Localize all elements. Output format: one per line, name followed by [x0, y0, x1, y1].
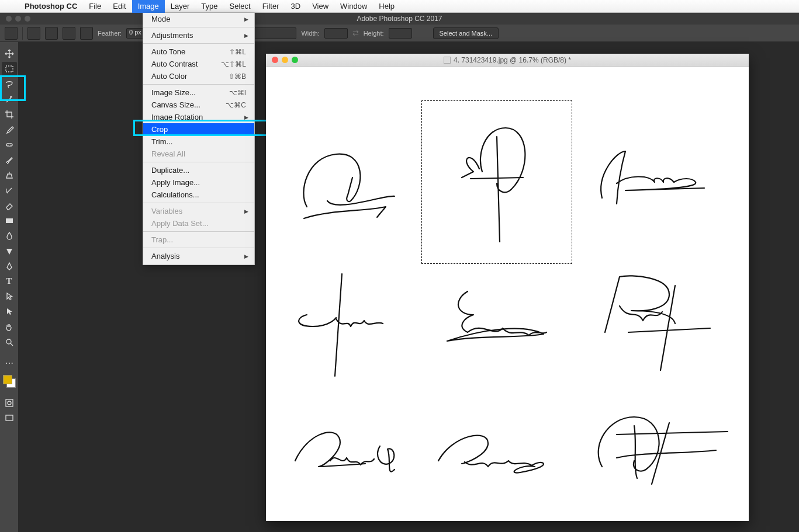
current-tool-icon[interactable] [5, 27, 18, 40]
height-input[interactable] [389, 28, 412, 39]
tool-crop[interactable] [2, 107, 17, 121]
tool-healing[interactable] [2, 138, 17, 152]
sel-mode-int-icon[interactable] [80, 27, 93, 40]
menu-item-image-size[interactable]: Image Size...⌥⌘I [143, 84, 254, 99]
document-title-text: 4. 731423419.jpg @ 16.7% (RGB/8) * [454, 56, 571, 64]
options-bar: Feather: 0 px Style: Width: ⇄ Height: Se… [0, 25, 799, 42]
menu-3d[interactable]: 3D [285, 0, 307, 13]
menu-help[interactable]: Help [373, 0, 400, 13]
menu-item-shortcut: ⌥⇧⌘L [221, 60, 246, 68]
tool-shape[interactable] [2, 305, 17, 319]
menu-item-label: Apply Image... [151, 178, 200, 187]
select-and-mask-button[interactable]: Select and Mask... [433, 27, 499, 39]
menu-item-label: Auto Contrast [151, 60, 198, 68]
svg-rect-6 [6, 415, 13, 420]
tool-zoom[interactable] [2, 335, 17, 349]
menu-select[interactable]: Select [223, 0, 256, 13]
tool-blur[interactable] [2, 229, 17, 243]
tool-dodge[interactable] [2, 244, 17, 258]
signature-4 [289, 271, 406, 382]
menu-item-canvas-size[interactable]: Canvas Size...⌥⌘C [143, 99, 254, 111]
menu-window[interactable]: Window [334, 0, 373, 13]
menu-filter[interactable]: Filter [257, 0, 285, 13]
menu-item-auto-contrast[interactable]: Auto Contrast⌥⇧⌘L [143, 58, 254, 70]
tool-brush[interactable] [2, 153, 17, 167]
menu-item-label: Apply Data Set... [151, 219, 209, 228]
feather-label: Feather: [98, 30, 122, 37]
menu-item-shortcut: ⇧⌘L [229, 48, 246, 56]
tool-pen[interactable] [2, 259, 17, 273]
style-select[interactable] [250, 27, 296, 39]
tool-magic-wand[interactable] [2, 92, 17, 106]
tool-move[interactable] [2, 47, 17, 61]
menu-item-label: Canvas Size... [151, 100, 200, 109]
sel-mode-new-icon[interactable] [27, 27, 40, 40]
max-dot[interactable] [25, 16, 30, 22]
menu-item-shortcut: ⌥⌘I [229, 89, 246, 97]
menu-item-label: Trim... [151, 137, 172, 146]
tool-history-brush[interactable] [2, 183, 17, 197]
signature-7 [289, 411, 418, 487]
tool-eyedropper[interactable] [2, 123, 17, 137]
menu-item-label: Crop [151, 125, 168, 134]
tool-hand[interactable] [2, 320, 17, 334]
menu-item-calculations[interactable]: Calculations... [143, 189, 254, 201]
fg-color-swatch[interactable] [3, 375, 12, 384]
tool-clone[interactable] [2, 168, 17, 182]
menu-item-label: Image Rotation [151, 113, 203, 121]
svg-rect-0 [6, 66, 13, 72]
signature-2 [441, 113, 552, 248]
tool-gradient[interactable] [2, 214, 17, 228]
menu-item-auto-color[interactable]: Auto Color⇧⌘B [143, 70, 254, 82]
canvas[interactable] [266, 67, 749, 521]
menu-view[interactable]: View [306, 0, 334, 13]
app-titlebar: Adobe Photoshop CC 2017 [0, 13, 799, 25]
apple-menu[interactable] [0, 0, 19, 13]
menu-item-label: Trap... [151, 235, 173, 244]
mac-menubar: Photoshop CC File Edit Image Layer Type … [0, 0, 799, 13]
tool-lasso[interactable] [2, 77, 17, 91]
menu-file[interactable]: File [83, 0, 107, 13]
menu-item-label: Reveal All [151, 149, 185, 158]
image-menu-dropdown: ModeAdjustmentsAuto Tone⇧⌘LAuto Contrast… [143, 13, 255, 265]
app-traffic-lights [0, 16, 117, 22]
menu-item-auto-tone[interactable]: Auto Tone⇧⌘L [143, 43, 254, 58]
svg-point-5 [8, 401, 11, 405]
signature-6 [593, 265, 716, 376]
sel-mode-sub-icon[interactable] [63, 27, 75, 40]
width-input[interactable] [324, 28, 348, 39]
menu-item-adjustments[interactable]: Adjustments [143, 27, 254, 41]
min-dot[interactable] [15, 16, 21, 22]
menu-edit[interactable]: Edit [107, 0, 132, 13]
menu-item-image-rotation[interactable]: Image Rotation [143, 111, 254, 123]
menu-type[interactable]: Type [195, 0, 223, 13]
tool-ellipsis[interactable]: ⋯ [2, 356, 17, 370]
menu-item-analysis[interactable]: Analysis [143, 248, 254, 262]
width-label: Width: [301, 30, 319, 37]
svg-point-3 [6, 339, 11, 344]
color-swatches[interactable] [3, 375, 16, 388]
quick-mask-icon[interactable] [2, 396, 17, 410]
app-menu[interactable]: Photoshop CC [19, 0, 83, 13]
menu-layer[interactable]: Layer [165, 0, 196, 13]
document-title: 4. 731423419.jpg @ 16.7% (RGB/8) * [266, 56, 749, 64]
tool-path-select[interactable] [2, 290, 17, 304]
file-icon [444, 57, 451, 64]
menu-item-crop[interactable]: Crop [143, 123, 254, 135]
tool-eraser[interactable] [2, 199, 17, 213]
tool-rect-marquee[interactable] [2, 62, 17, 76]
menu-item-variables: Variables [143, 203, 254, 217]
close-dot[interactable] [6, 16, 12, 22]
menu-item-trim[interactable]: Trim... [143, 135, 254, 148]
menu-item-label: Adjustments [151, 31, 193, 40]
signature-3 [593, 142, 710, 218]
swap-wh-icon[interactable]: ⇄ [352, 29, 359, 37]
menu-item-apply-image[interactable]: Apply Image... [143, 176, 254, 189]
menu-item-mode[interactable]: Mode [143, 13, 254, 25]
screen-mode-icon[interactable] [2, 411, 17, 425]
tool-text[interactable]: T [2, 274, 17, 288]
menu-image[interactable]: Image [132, 0, 165, 13]
document-titlebar[interactable]: 4. 731423419.jpg @ 16.7% (RGB/8) * [266, 54, 749, 67]
sel-mode-add-icon[interactable] [45, 27, 58, 40]
menu-item-duplicate[interactable]: Duplicate... [143, 162, 254, 176]
